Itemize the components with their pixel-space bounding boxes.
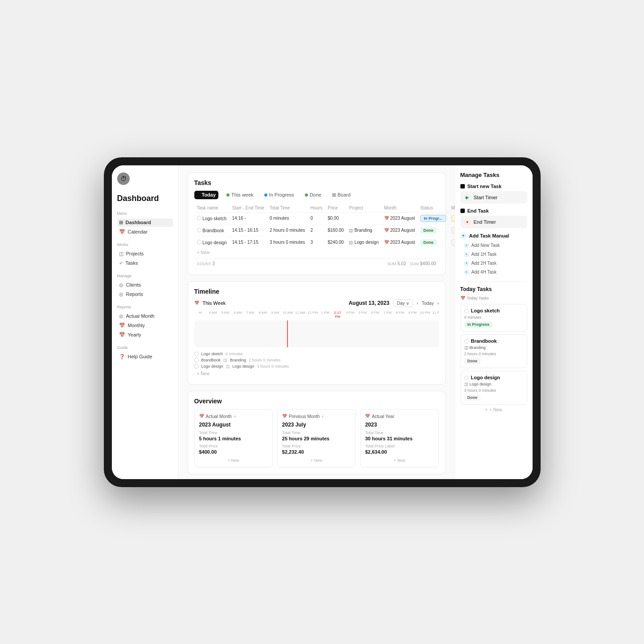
timeline-title: Timeline	[194, 288, 439, 295]
timeline-prev-btn[interactable]: ‹	[417, 301, 418, 306]
add-2h-task-button[interactable]: + Add 2H Task	[460, 259, 527, 268]
project-icon: ◫	[464, 382, 468, 386]
timeline-hour: 9 PM	[406, 311, 419, 319]
tab-in-progress[interactable]: In Progress	[262, 191, 297, 199]
sidebar-item-projects[interactable]: ◫ Projects	[117, 250, 173, 258]
task-circle	[194, 352, 199, 356]
divider	[460, 281, 527, 282]
timeline-hour: 6 AM	[232, 311, 244, 319]
calendar-icon: 📅	[119, 229, 125, 235]
sidebar-item-dashboard[interactable]: ⊞ Dashboard	[117, 218, 173, 227]
timeline-hour: 8 AM	[257, 311, 269, 319]
sidebar-item-actual-month[interactable]: ◎ Actual Month	[117, 312, 173, 320]
cell-start-end: 14:16 -	[230, 212, 267, 224]
timeline-hour: 12 PM	[307, 311, 319, 319]
today-task-header: Logo sketch	[464, 308, 523, 314]
timeline-hour: 5 PM	[357, 311, 369, 319]
overview-card-actual-year: 📅 Actual Year 2023 Total Time 30 hours 3…	[360, 409, 439, 468]
tab-today[interactable]: Today	[194, 191, 219, 199]
today-status-badge: In Progress	[464, 321, 493, 328]
timeline-task-duration: 3 hours 0 minutes	[257, 364, 289, 369]
add-1h-task-button[interactable]: + Add 1H Task	[460, 250, 527, 259]
timeline-task-name: Logo sketch	[201, 352, 223, 356]
timeline-header: 📅 This Week August 13, 2023 Day ∨ ‹ Toda…	[194, 299, 439, 307]
main-content: Tasks Today This week In Progress	[179, 165, 455, 479]
total-time-label: Total Time	[199, 431, 268, 435]
add-new-task-button[interactable]: + Add New Task	[460, 241, 527, 250]
overview-section: Overview 📅 Actual Month ∨ 2023 August To…	[188, 391, 446, 474]
timeline-task-item: Brandbook ◫ Branding 2 hours 0 minutes	[194, 357, 439, 363]
sidebar-item-calendar[interactable]: 📅 Calendar	[117, 228, 173, 236]
today-tasks-section-header: 📅 Today Tasks	[460, 296, 527, 300]
timeline-hour: 11 AM	[294, 311, 307, 319]
end-task-label: End Task	[460, 208, 527, 213]
today-tasks-panel-title: Today Tasks	[460, 286, 527, 292]
sidebar-item-monthly[interactable]: 📅 Monthly	[117, 321, 173, 330]
timeline-hour: 4 PM	[344, 311, 357, 319]
timeline-filter-label[interactable]: This Week	[203, 300, 226, 306]
timeline-today-btn[interactable]: Today	[422, 301, 434, 306]
timeline-day-label[interactable]: Day ∨	[393, 299, 414, 307]
cell-status: Done	[418, 224, 449, 236]
cell-mode: Timer	[449, 212, 455, 224]
timeline-grid	[194, 320, 439, 347]
status-badge: Done	[420, 227, 437, 234]
cell-total-time: 3 hours 0 minutes	[267, 236, 308, 248]
timeline-section: Timeline 📅 This Week August 13, 2023 Day…	[188, 281, 446, 385]
sidebar-item-label: Help Guide	[128, 354, 152, 359]
plus-icon: +	[464, 243, 469, 248]
end-timer-button[interactable]: ● End Timer	[460, 216, 527, 228]
sidebar-item-reports[interactable]: ◎ Reports	[117, 290, 173, 299]
add-overview-new[interactable]: + New	[282, 458, 351, 463]
today-task-card: Logo sketch 0 minutes In Progress	[460, 304, 527, 332]
manage-tasks-title: Manage Tasks	[460, 172, 527, 178]
sidebar-item-help[interactable]: ❓ Help Guide	[117, 353, 173, 361]
sidebar-item-tasks[interactable]: ✓ Tasks	[117, 259, 173, 267]
task-circle-icon	[464, 376, 469, 380]
calendar-small-icon: 📅	[282, 414, 287, 418]
plus-icon: +	[464, 270, 469, 275]
timeline-next-btn[interactable]: ›	[437, 301, 439, 306]
cell-task-name: Logo design	[194, 236, 230, 248]
timeline-task-name: Brandbook	[201, 358, 221, 362]
add-today-task-button[interactable]: + + New	[460, 407, 527, 412]
sidebar-item-yearly[interactable]: 📅 Yearly	[117, 331, 173, 339]
add-4h-task-button[interactable]: + Add 4H Task	[460, 268, 527, 277]
add-timeline-row[interactable]: + New	[194, 369, 439, 378]
sidebar-item-label: Calendar	[128, 229, 148, 234]
total-time-value: 5 hours 1 minutes	[199, 436, 268, 441]
sidebar-item-label: Monthly	[128, 323, 145, 328]
mode-badge: Timer	[451, 215, 455, 222]
task-circle-icon	[197, 228, 201, 232]
total-time-label: Total Time	[282, 431, 351, 435]
timeline-date: August 13, 2023	[349, 300, 389, 306]
col-month: Month	[381, 204, 418, 213]
add-overview-new[interactable]: + New	[365, 458, 434, 463]
start-task-icon	[460, 184, 465, 189]
timeline-hour: 8 PM	[394, 311, 406, 319]
overview-card-type: 📅 Actual Month ∨	[199, 414, 268, 419]
timeline-task-duration: 0 minutes	[226, 352, 243, 356]
tab-board[interactable]: ⊞ Board	[329, 191, 353, 199]
timeline-hour: 1 PM	[319, 311, 332, 319]
tab-this-week[interactable]: This week	[224, 191, 256, 199]
tab-done[interactable]: Done	[302, 191, 324, 199]
cell-project: ◫ Logo design	[346, 236, 381, 248]
add-task-row[interactable]: + New	[194, 248, 439, 257]
calendar-small-icon: 📅	[365, 414, 370, 418]
overview-card-type: 📅 Actual Year	[365, 414, 434, 419]
timeline-task-item: Logo design ◫ Logo design 3 hours 0 minu…	[194, 363, 439, 369]
timeline-hour: 2:17 PM	[332, 311, 344, 319]
start-timer-button[interactable]: ▶ Start Timer	[460, 191, 527, 204]
timeline-hour: 11 PM	[431, 311, 439, 319]
start-task-label: Start new Task	[460, 184, 527, 189]
today-task-card: Brandbook ◫ Branding 2 hours 0 minutes D…	[460, 334, 527, 368]
add-overview-new[interactable]: + New	[199, 458, 268, 463]
sidebar-item-clients[interactable]: ◎ Clients	[117, 281, 173, 289]
task-circle-icon	[464, 309, 469, 313]
cell-task-name: Logo sketch	[194, 212, 230, 224]
cell-task-name: Brandbook	[194, 224, 230, 236]
table-row: Logo sketch 14:16 - 0 minutes 0 $0.00 📅 …	[194, 212, 455, 224]
tasks-tab-bar: Today This week In Progress Done ⊞ Boa	[194, 191, 439, 199]
tasks-title: Tasks	[194, 179, 439, 186]
